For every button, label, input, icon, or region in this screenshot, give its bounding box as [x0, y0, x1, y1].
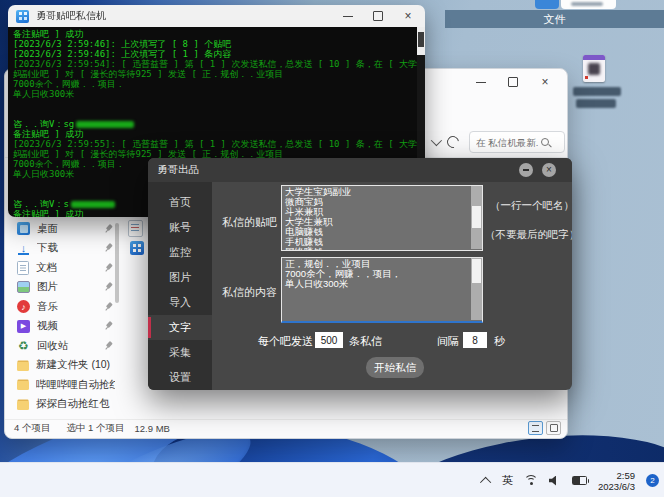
pin-icon[interactable]	[101, 339, 115, 353]
sidebar-item-label: 桌面	[37, 222, 103, 236]
icons-view-toggle[interactable]	[546, 421, 561, 435]
scrollbar-thumb[interactable]	[472, 259, 481, 283]
system-tray: 英 2:59 2023/6/3 2	[483, 463, 659, 497]
app-nav-item[interactable]: 监控	[148, 240, 212, 265]
app-nav-item[interactable]: 设置	[148, 365, 212, 390]
desktop: 文件 × 桌面↓下载文档图片♪音乐▶视频♻回收站新建文件夹 (10)哔哩哔哩自动…	[0, 0, 664, 497]
scrollbar-thumb[interactable]	[418, 32, 424, 47]
interval-input[interactable]	[463, 332, 487, 348]
ime-indicator[interactable]: 英	[502, 473, 513, 488]
terminal-line: 咨．．询V：sg	[13, 119, 413, 129]
explorer-sidebar: 桌面↓下载文档图片♪音乐▶视频♻回收站新建文件夹 (10)哔哩哔哩自动抢红包探探…	[11, 219, 115, 414]
search-icon	[540, 137, 551, 148]
sidebar-item-label: 探探自动抢红包	[36, 397, 115, 411]
pin-icon[interactable]	[101, 261, 115, 275]
explorer-status-bar: 4 个项目 选中 1 个项目 12.9 MB	[5, 419, 567, 437]
sender-app-window: 勇哥出品 × 首页账号监控图片导入文字采集设置 私信的贴吧 大学生宝妈副业 微商…	[148, 158, 572, 390]
terminal-minimize-button[interactable]	[333, 5, 363, 27]
sidebar-item-label: 音乐	[37, 300, 103, 314]
taskbar: 英 2:59 2023/6/3 2	[0, 462, 664, 497]
tieba-list-textarea[interactable]: 大学生宝妈副业 微商宝妈 斗米兼职 大学生兼职 电脑赚钱 手机赚钱 网络赚钱	[281, 185, 483, 251]
app-nav-item[interactable]: 首页	[148, 190, 212, 215]
censored-text	[76, 121, 134, 128]
interval-label: 间隔	[437, 334, 459, 349]
explorer-minimize-button[interactable]	[465, 73, 497, 91]
terminal-app-icon	[16, 10, 29, 23]
hidden-icons-chevron-icon[interactable]	[480, 476, 491, 487]
explorer-sidebar-item[interactable]: ↓下载	[11, 239, 115, 259]
sidebar-item-label: 视频	[37, 319, 103, 333]
terminal-line: [2023/6/3 2:59:55]: [ 迅普益普 ] 第 [ 1 ] 次发送…	[13, 139, 413, 149]
battery-icon[interactable]	[572, 476, 587, 485]
app-nav-item[interactable]: 导入	[148, 290, 212, 315]
app-nav-item[interactable]: 图片	[148, 265, 212, 290]
sidebar-item-label: 回收站	[37, 339, 103, 353]
explorer-sidebar-item[interactable]: 哔哩哔哩自动抢红包	[11, 375, 115, 395]
file-icon-app[interactable]	[130, 241, 144, 255]
app-nav-item[interactable]: 文字	[148, 315, 212, 340]
terminal-title-bar[interactable]: 勇哥贴吧私信机 ×	[8, 5, 425, 27]
tieba-list-label: 私信的贴吧	[222, 215, 277, 230]
chevron-down-icon[interactable]	[431, 135, 442, 146]
start-send-button[interactable]: 开始私信	[366, 357, 424, 378]
pin-icon[interactable]	[101, 222, 115, 236]
hint-one-per-line: （一行一个吧名）	[490, 199, 572, 213]
explorer-sidebar-item[interactable]: ♻回收站	[11, 336, 115, 356]
clock-time: 2:59	[598, 470, 635, 481]
app-minimize-button[interactable]	[519, 163, 533, 177]
browser-tab[interactable]	[561, 0, 616, 9]
app-nav-item[interactable]: 采集	[148, 340, 212, 365]
textarea-scrollbar	[471, 258, 482, 320]
document-icon	[17, 261, 29, 275]
app-title-bar[interactable]: 勇哥出品 ×	[148, 158, 572, 182]
explorer-maximize-button[interactable]	[497, 73, 529, 91]
explorer-close-button[interactable]: ×	[529, 73, 561, 91]
pin-icon[interactable]	[101, 241, 115, 255]
desktop-icon	[17, 222, 30, 235]
sidebar-item-label: 文档	[36, 261, 103, 275]
interval-unit-label: 秒	[494, 334, 505, 349]
terminal-close-button[interactable]: ×	[393, 5, 423, 27]
taskbar-clock[interactable]: 2:59 2023/6/3	[598, 470, 635, 492]
list-view-toggle[interactable]	[528, 421, 543, 435]
send-count-input[interactable]	[315, 332, 343, 348]
explorer-sidebar-item[interactable]: ▶视频	[11, 317, 115, 337]
app-nav-item[interactable]: 账号	[148, 215, 212, 240]
explorer-sidebar-item[interactable]: 探探自动抢红包	[11, 395, 115, 415]
terminal-line: [2023/6/3 2:59:46]: 上次填写了 [ 8 ] 个贴吧	[13, 39, 413, 49]
terminal-title: 勇哥贴吧私信机	[36, 9, 106, 23]
music-icon: ♪	[17, 300, 30, 313]
wifi-icon[interactable]	[524, 475, 538, 486]
browser-tab-active[interactable]	[535, 0, 559, 9]
shortcut-app-icon	[583, 55, 605, 82]
file-menu-label[interactable]: 文件	[544, 12, 566, 27]
file-icon-document[interactable]	[128, 220, 143, 237]
content-label: 私信的内容	[222, 285, 277, 300]
app-close-button[interactable]: ×	[542, 163, 556, 177]
hint-no-ba-suffix: （不要最后的吧字）	[485, 228, 572, 242]
terminal-line: 备注贴吧 ] 成功	[13, 129, 413, 139]
explorer-sidebar-item[interactable]: 图片	[11, 278, 115, 298]
scrollbar-thumb[interactable]	[115, 223, 119, 303]
scrollbar-thumb[interactable]	[472, 206, 481, 228]
explorer-sidebar-item[interactable]: 文档	[11, 258, 115, 278]
status-selected-count: 选中 1 个项目	[66, 422, 124, 435]
search-input[interactable]	[474, 136, 540, 149]
refresh-icon[interactable]	[445, 134, 462, 151]
content-textarea[interactable]: 正，规创．，业项目 7000余个，网赚．，项目， 单人日收300米	[281, 257, 483, 323]
pin-icon[interactable]	[101, 280, 115, 294]
explorer-sidebar-item[interactable]: 新建文件夹 (10)	[11, 356, 115, 376]
terminal-line	[13, 109, 413, 119]
pictures-icon	[17, 281, 30, 293]
notification-badge[interactable]: 2	[646, 474, 659, 487]
explorer-sidebar-item[interactable]: ♪音乐	[11, 297, 115, 317]
speaker-icon[interactable]	[549, 476, 561, 486]
terminal-maximize-button[interactable]	[363, 5, 393, 27]
explorer-sidebar-item[interactable]: 桌面	[11, 219, 115, 239]
pin-icon[interactable]	[101, 319, 115, 333]
status-item-count: 4 个项目	[14, 422, 50, 435]
file-menu-bar[interactable]: 文件	[445, 10, 664, 28]
desktop-shortcut[interactable]	[566, 55, 628, 115]
pin-icon[interactable]	[101, 300, 115, 314]
explorer-search-box[interactable]	[469, 131, 565, 153]
